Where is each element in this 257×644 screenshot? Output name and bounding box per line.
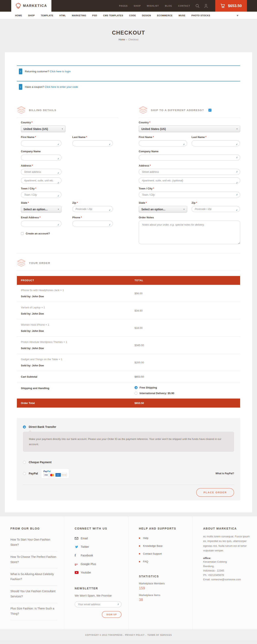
subnav-muse[interactable]: MUSE (178, 14, 185, 17)
social-youtube-link[interactable]: Youtube (75, 568, 122, 577)
payment-paypal-option[interactable]: PayPal PayPal VISA AMEX DISCOVER What is… (23, 469, 234, 478)
social-googleplus-link[interactable]: g+ Google Plus (75, 560, 122, 568)
shipping-first-name-input[interactable] (139, 140, 187, 146)
pen-dart-icon (56, 172, 60, 174)
breadcrumb-home[interactable]: Home (119, 38, 125, 41)
help-link[interactable]: Knowledge Base (139, 542, 186, 550)
billing-street-address-input[interactable] (21, 169, 62, 175)
category-nav: HOME SHOP TEMPLATE HTML MARKETING PSD CM… (0, 12, 257, 19)
create-account-checkbox[interactable] (21, 232, 24, 235)
billing-address2-input[interactable] (21, 177, 62, 184)
search-icon[interactable] (195, 4, 200, 8)
subnav-marketing[interactable]: MARKETING (72, 14, 86, 17)
billing-state-select[interactable]: Select an option...▾ (21, 206, 62, 212)
stat-members-label: Marketplace Members (139, 582, 186, 585)
shipping-section: SHIP TO A DIFFERENT ADDRESS? ✓ Country* … (139, 96, 240, 245)
site-footer: FROM OUR BLOG How To Start Your Own Fash… (0, 516, 257, 630)
coupon-link[interactable]: Click here to enter your code (44, 85, 78, 88)
product-vendor: Sold by: John Doe (21, 347, 134, 350)
subnav-shop[interactable]: SHOP (28, 14, 35, 17)
billing-first-name-input[interactable] (21, 140, 62, 146)
billing-company-input[interactable] (21, 154, 62, 161)
login-link[interactable]: Click here to login (50, 70, 70, 73)
payment-bank-option[interactable]: Direct Bank Transfer (23, 425, 234, 428)
top-nav-pages[interactable]: PAGES (119, 4, 128, 7)
required-mark: * (77, 201, 78, 204)
blog-post-link[interactable]: What is So Alluring About Celebrity Fash… (10, 569, 57, 586)
amex-icon: AMEX (56, 473, 61, 477)
shipping-country-select[interactable]: United States (US)▾ (139, 126, 240, 132)
billing-town-input[interactable] (21, 192, 62, 198)
radio-unselected-icon (134, 392, 138, 395)
shipping-option-international[interactable]: International Delivery: $5.90 (134, 392, 236, 395)
twitter-icon (75, 545, 81, 548)
subnav-photo-stocks[interactable]: PHOTO STOCKS (191, 14, 210, 17)
shipping-option-free[interactable]: Free Shipping (134, 386, 236, 389)
subnav-ecommerce[interactable]: ECOMMERCE (157, 14, 172, 17)
payment-cheque-option[interactable]: Cheque Payment (23, 460, 234, 464)
shipping-company-input[interactable] (139, 154, 240, 161)
cart-button[interactable]: $653.50 (215, 0, 247, 12)
subnav-home[interactable]: HOME (15, 14, 22, 17)
order-row: Variant of Laptop × 1Sold by: John Doe $… (17, 302, 240, 320)
shipping-last-name-input[interactable] (192, 140, 240, 146)
divider (17, 253, 240, 253)
subnav-code[interactable]: CODE (129, 14, 136, 17)
subnav-cms-templates[interactable]: CMS TEMPLATES (103, 14, 123, 17)
top-nav-contact[interactable]: CONTACT (178, 4, 190, 7)
signup-button[interactable]: SIGN UP (102, 611, 122, 618)
expand-nav-icon[interactable]: » (236, 15, 239, 16)
what-is-paypal-link[interactable]: What is PayPal? (216, 472, 234, 475)
blog-post-link[interactable]: Should You Use Fashion Consultant Servic… (10, 586, 57, 603)
logo[interactable]: MARKETICA (11, 0, 52, 12)
place-order-button[interactable]: PLACE ORDER (196, 488, 234, 497)
about-heading: ABOUT MARKETICA (203, 527, 250, 530)
shipping-address2-input[interactable] (139, 177, 240, 184)
ship-different-checkbox[interactable]: ✓ (208, 109, 212, 112)
help-link[interactable]: Contact Support (139, 550, 186, 558)
privacy-policy-link[interactable]: PRIVACY POLICY (125, 634, 145, 636)
billing-zip-input[interactable] (72, 206, 113, 212)
shipping-handling-row: Shipping and Handling Free Shipping Inte… (17, 382, 240, 398)
newsletter-email-input[interactable] (75, 601, 122, 608)
billing-country-select[interactable]: United States (US)▾ (21, 126, 66, 132)
billing-phone-input[interactable] (72, 220, 113, 227)
pen-dart-icon (108, 223, 111, 226)
required-mark: * (153, 136, 154, 138)
visa-icon: VISA (43, 473, 49, 477)
subnav-template[interactable]: TEMPLATE (41, 14, 53, 17)
shipping-first-name-label: First Name* (139, 136, 187, 138)
cart-subtotal-value: $653.50 (134, 375, 236, 378)
address-line: Ph. +6212345678 (203, 573, 250, 577)
blog-post-link[interactable]: How To Choose The Perfect Fashion Store? (10, 552, 57, 569)
order-notes-textarea[interactable] (139, 220, 240, 244)
top-nav-blog[interactable]: BLOG (165, 4, 172, 7)
billing-email-input[interactable] (21, 220, 62, 227)
subnav-design[interactable]: DESIGN (142, 14, 151, 17)
terms-link[interactable]: TERMS OF SERVICES (147, 634, 172, 636)
blog-post-link[interactable]: How To Start Your Own Fashion Store? (10, 534, 57, 552)
social-facebook-link[interactable]: f Facebook (75, 551, 122, 560)
shipping-address-label: Address* (139, 164, 240, 167)
subnav-psd[interactable]: PSD (92, 14, 97, 17)
subnav-html[interactable]: HTML (60, 14, 66, 17)
top-nav-wishlist[interactable]: WISHLIST (147, 4, 159, 7)
blog-post-link[interactable]: Plus Size Fashion: Is There Such a Thing… (10, 603, 57, 620)
help-link[interactable]: FAQ (139, 558, 186, 566)
shipping-town-input[interactable] (139, 192, 240, 198)
shipping-state-select[interactable]: Select an option...▾ (139, 206, 187, 212)
payment-panel: Direct Bank Transfer Make your payment d… (17, 418, 240, 500)
shipping-zip-input[interactable] (192, 206, 240, 212)
shipping-street-address-input[interactable] (139, 169, 240, 175)
billing-town-label: Town / City* (21, 187, 62, 190)
user-account-icon[interactable] (204, 4, 208, 8)
social-email-link[interactable]: Email (75, 534, 122, 542)
total-column-header: TOTAL (134, 279, 236, 282)
layers-icon (17, 106, 26, 114)
top-nav-shop[interactable]: SHOP (134, 4, 141, 7)
billing-last-name-input[interactable] (72, 140, 113, 146)
radio-selected-icon (134, 386, 138, 389)
product-name: Women Hold iPhone × 1 (21, 323, 134, 326)
social-twitter-link[interactable]: Twitter (75, 542, 122, 551)
help-link[interactable]: Help (139, 534, 186, 542)
